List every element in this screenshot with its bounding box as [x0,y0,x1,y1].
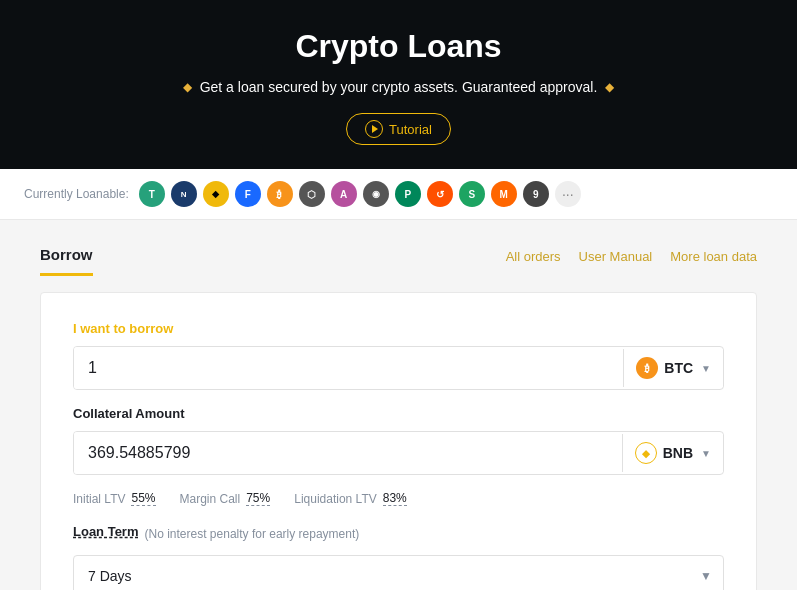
main-content: Borrow All orders User Manual More loan … [0,220,797,590]
borrow-coin-selector[interactable]: ₿ BTC ▼ [623,349,723,387]
tab-link-user-manual[interactable]: User Manual [579,249,653,264]
coin-aave[interactable]: A [331,181,357,207]
loanable-label: Currently Loanable: [24,187,129,201]
loanable-bar: Currently Loanable: T N ◆ F ₿ ⬡ A ◉ P ↺ … [0,169,797,220]
ltv-liquidation: Liquidation LTV 83% [294,491,407,506]
ltv-liquidation-value: 83% [383,491,407,506]
collateral-label: Collateral Amount [73,406,724,421]
coin-bat[interactable]: ↺ [427,181,453,207]
ltv-initial-label: Initial LTV [73,492,125,506]
collateral-input-row: ◆ BNB ▼ [73,431,724,475]
diamond-left-icon: ◆ [183,80,192,94]
loan-term-select-wrapper: 7 Days 14 Days 30 Days 90 Days 180 Days … [73,555,724,590]
play-triangle-icon [372,125,378,133]
coin-monero[interactable]: M [491,181,517,207]
tab-links: All orders User Manual More loan data [506,249,757,264]
ltv-initial-value: 55% [131,491,155,506]
tab-borrow[interactable]: Borrow [40,236,93,276]
coin-tether[interactable]: T [139,181,165,207]
tab-link-all-orders[interactable]: All orders [506,249,561,264]
collateral-coin-selector[interactable]: ◆ BNB ▼ [622,434,723,472]
page-title: Crypto Loans [20,28,777,65]
btc-icon: ₿ [636,357,658,379]
more-coins-button[interactable]: ··· [555,181,581,207]
loan-term-label: Loan Term [73,524,139,539]
borrow-section-label: I want to borrow [73,321,724,336]
ltv-margin-label: Margin Call [180,492,241,506]
ltv-initial: Initial LTV 55% [73,491,156,506]
tutorial-button[interactable]: Tutorial [346,113,451,145]
loan-term-note: (No interest penalty for early repayment… [145,527,360,541]
collateral-coin-chevron: ▼ [701,448,711,459]
coin-chainlink[interactable]: ⬡ [299,181,325,207]
loan-term-select[interactable]: 7 Days 14 Days 30 Days 90 Days 180 Days [73,555,724,590]
loan-term-link[interactable]: Loan Term [73,524,139,539]
bnb-icon: ◆ [635,442,657,464]
borrow-card: I want to borrow ₿ BTC ▼ Collateral Amou… [40,292,757,590]
ltv-row: Initial LTV 55% Margin Call 75% Liquidat… [73,491,724,506]
hero-subtitle: ◆ Get a loan secured by your crypto asse… [20,79,777,95]
borrow-coin-label: BTC [664,360,693,376]
loan-term-row: Loan Term (No interest penalty for early… [73,524,724,543]
ltv-liquidation-label: Liquidation LTV [294,492,377,506]
borrow-label-i: I want to [73,321,129,336]
coin-sky[interactable]: S [459,181,485,207]
hero-section: Crypto Loans ◆ Get a loan secured by you… [0,0,797,169]
coin-icons-list: T N ◆ F ₿ ⬡ A ◉ P ↺ S M 9 ··· [139,181,581,207]
coin-bitcoin[interactable]: ₿ [267,181,293,207]
borrow-label-borrow: borrow [129,321,173,336]
ltv-margin-value: 75% [246,491,270,506]
coin-dot[interactable]: ◉ [363,181,389,207]
collateral-amount-input[interactable] [74,432,622,474]
borrow-input-row: ₿ BTC ▼ [73,346,724,390]
diamond-right-icon: ◆ [605,80,614,94]
tab-link-more-loan-data[interactable]: More loan data [670,249,757,264]
borrow-coin-chevron: ▼ [701,363,711,374]
ltv-margin-call: Margin Call 75% [180,491,271,506]
hero-subtitle-text: Get a loan secured by your crypto assets… [200,79,598,95]
play-icon [365,120,383,138]
tutorial-label: Tutorial [389,122,432,137]
collateral-coin-label: BNB [663,445,693,461]
coin-fantom[interactable]: F [235,181,261,207]
coin-nexo[interactable]: N [171,181,197,207]
tabs-row: Borrow All orders User Manual More loan … [40,236,757,276]
coin-paxos[interactable]: P [395,181,421,207]
coin-nine[interactable]: 9 [523,181,549,207]
borrow-amount-input[interactable] [74,347,623,389]
coin-bnb[interactable]: ◆ [203,181,229,207]
